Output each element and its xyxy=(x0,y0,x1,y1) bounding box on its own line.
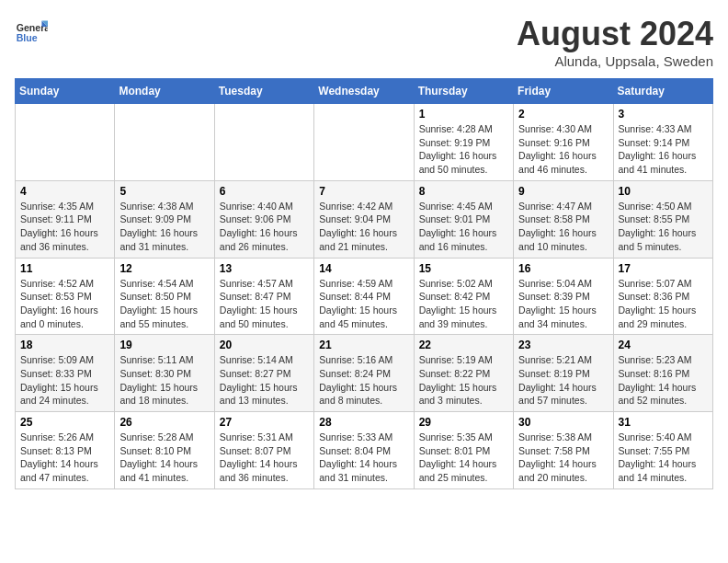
logo: General Blue xyxy=(15,15,48,48)
weekday-header-sunday: Sunday xyxy=(16,79,115,104)
day-info: Sunrise: 5:21 AM Sunset: 8:19 PM Dayligh… xyxy=(518,353,608,408)
day-number: 11 xyxy=(20,262,109,275)
day-number: 30 xyxy=(518,416,608,429)
header: General Blue August 2024 Alunda, Uppsala… xyxy=(15,15,713,69)
svg-text:Blue: Blue xyxy=(17,32,38,43)
day-number: 20 xyxy=(220,339,309,351)
title-block: August 2024 Alunda, Uppsala, Sweden xyxy=(517,15,713,69)
weekday-header-saturday: Saturday xyxy=(613,79,712,104)
calendar-cell: 21Sunrise: 5:16 AM Sunset: 8:24 PM Dayli… xyxy=(314,335,414,412)
day-info: Sunrise: 5:07 AM Sunset: 8:36 PM Dayligh… xyxy=(619,277,708,331)
day-info: Sunrise: 5:31 AM Sunset: 8:07 PM Dayligh… xyxy=(220,431,309,485)
calendar-cell: 7Sunrise: 4:42 AM Sunset: 9:04 PM Daylig… xyxy=(314,180,414,258)
calendar-cell: 25Sunrise: 5:26 AM Sunset: 8:13 PM Dayli… xyxy=(16,412,115,489)
calendar-cell: 23Sunrise: 5:21 AM Sunset: 8:19 PM Dayli… xyxy=(514,335,613,412)
day-number: 2 xyxy=(518,108,608,121)
day-number: 23 xyxy=(518,339,608,351)
calendar-cell: 30Sunrise: 5:38 AM Sunset: 7:58 PM Dayli… xyxy=(514,412,613,489)
day-number: 14 xyxy=(319,262,408,275)
calendar-cell: 5Sunrise: 4:38 AM Sunset: 9:09 PM Daylig… xyxy=(115,180,214,258)
calendar-week-4: 25Sunrise: 5:26 AM Sunset: 8:13 PM Dayli… xyxy=(16,412,713,489)
calendar-cell: 27Sunrise: 5:31 AM Sunset: 8:07 PM Dayli… xyxy=(214,412,313,489)
calendar-cell: 13Sunrise: 4:57 AM Sunset: 8:47 PM Dayli… xyxy=(214,258,313,335)
day-number: 12 xyxy=(119,262,209,275)
day-number: 3 xyxy=(619,108,708,121)
calendar-cell: 4Sunrise: 4:35 AM Sunset: 9:11 PM Daylig… xyxy=(16,180,115,258)
calendar-week-2: 11Sunrise: 4:52 AM Sunset: 8:53 PM Dayli… xyxy=(16,258,713,335)
calendar-cell: 14Sunrise: 4:59 AM Sunset: 8:44 PM Dayli… xyxy=(314,258,414,335)
calendar-cell: 15Sunrise: 5:02 AM Sunset: 8:42 PM Dayli… xyxy=(414,258,513,335)
day-number: 9 xyxy=(518,185,608,198)
day-number: 26 xyxy=(119,416,209,429)
calendar-cell: 8Sunrise: 4:45 AM Sunset: 9:01 PM Daylig… xyxy=(414,180,513,258)
day-info: Sunrise: 5:19 AM Sunset: 8:22 PM Dayligh… xyxy=(419,353,508,408)
day-number: 31 xyxy=(619,416,708,429)
calendar-cell: 19Sunrise: 5:11 AM Sunset: 8:30 PM Dayli… xyxy=(115,335,214,412)
day-number: 8 xyxy=(419,185,508,198)
day-info: Sunrise: 5:16 AM Sunset: 8:24 PM Dayligh… xyxy=(319,353,408,408)
calendar-cell: 11Sunrise: 4:52 AM Sunset: 8:53 PM Dayli… xyxy=(16,258,115,335)
weekday-header-friday: Friday xyxy=(514,79,613,104)
day-number: 22 xyxy=(419,339,508,351)
day-info: Sunrise: 5:11 AM Sunset: 8:30 PM Dayligh… xyxy=(119,353,209,408)
day-info: Sunrise: 5:23 AM Sunset: 8:16 PM Dayligh… xyxy=(619,353,708,408)
weekday-header-wednesday: Wednesday xyxy=(314,79,414,104)
calendar-body: 1Sunrise: 4:28 AM Sunset: 9:19 PM Daylig… xyxy=(16,104,713,489)
day-number: 15 xyxy=(419,262,508,275)
calendar-cell: 24Sunrise: 5:23 AM Sunset: 8:16 PM Dayli… xyxy=(613,335,712,412)
calendar-cell: 26Sunrise: 5:28 AM Sunset: 8:10 PM Dayli… xyxy=(115,412,214,489)
day-info: Sunrise: 5:28 AM Sunset: 8:10 PM Dayligh… xyxy=(119,431,209,485)
calendar-cell: 16Sunrise: 5:04 AM Sunset: 8:39 PM Dayli… xyxy=(514,258,613,335)
calendar-cell xyxy=(214,104,313,181)
calendar-cell: 1Sunrise: 4:28 AM Sunset: 9:19 PM Daylig… xyxy=(414,104,513,181)
calendar-cell: 6Sunrise: 4:40 AM Sunset: 9:06 PM Daylig… xyxy=(214,180,313,258)
day-number: 5 xyxy=(119,185,209,198)
day-info: Sunrise: 4:30 AM Sunset: 9:16 PM Dayligh… xyxy=(518,122,608,177)
day-number: 1 xyxy=(419,108,508,121)
calendar-cell: 10Sunrise: 4:50 AM Sunset: 8:55 PM Dayli… xyxy=(613,180,712,258)
day-info: Sunrise: 5:26 AM Sunset: 8:13 PM Dayligh… xyxy=(20,431,109,485)
day-info: Sunrise: 4:54 AM Sunset: 8:50 PM Dayligh… xyxy=(119,277,209,331)
day-info: Sunrise: 4:47 AM Sunset: 8:58 PM Dayligh… xyxy=(518,200,608,254)
day-info: Sunrise: 5:02 AM Sunset: 8:42 PM Dayligh… xyxy=(419,277,508,331)
calendar-cell: 3Sunrise: 4:33 AM Sunset: 9:14 PM Daylig… xyxy=(613,104,712,181)
day-info: Sunrise: 4:28 AM Sunset: 9:19 PM Dayligh… xyxy=(419,122,508,177)
day-number: 19 xyxy=(119,339,209,351)
day-info: Sunrise: 4:33 AM Sunset: 9:14 PM Dayligh… xyxy=(619,122,708,177)
day-number: 28 xyxy=(319,416,408,429)
calendar-week-0: 1Sunrise: 4:28 AM Sunset: 9:19 PM Daylig… xyxy=(16,104,713,181)
calendar-cell: 31Sunrise: 5:40 AM Sunset: 7:55 PM Dayli… xyxy=(613,412,712,489)
calendar-cell xyxy=(16,104,115,181)
day-number: 24 xyxy=(619,339,708,351)
day-number: 10 xyxy=(619,185,708,198)
day-number: 6 xyxy=(220,185,309,198)
calendar-week-1: 4Sunrise: 4:35 AM Sunset: 9:11 PM Daylig… xyxy=(16,180,713,258)
calendar-cell: 18Sunrise: 5:09 AM Sunset: 8:33 PM Dayli… xyxy=(16,335,115,412)
month-year: August 2024 xyxy=(517,15,713,53)
weekday-header-tuesday: Tuesday xyxy=(214,79,313,104)
day-number: 25 xyxy=(20,416,109,429)
weekday-header-thursday: Thursday xyxy=(414,79,513,104)
day-info: Sunrise: 5:40 AM Sunset: 7:55 PM Dayligh… xyxy=(619,431,708,485)
day-info: Sunrise: 4:38 AM Sunset: 9:09 PM Dayligh… xyxy=(119,200,209,254)
day-info: Sunrise: 4:59 AM Sunset: 8:44 PM Dayligh… xyxy=(319,277,408,331)
calendar-cell: 20Sunrise: 5:14 AM Sunset: 8:27 PM Dayli… xyxy=(214,335,313,412)
calendar-cell: 22Sunrise: 5:19 AM Sunset: 8:22 PM Dayli… xyxy=(414,335,513,412)
calendar-week-3: 18Sunrise: 5:09 AM Sunset: 8:33 PM Dayli… xyxy=(16,335,713,412)
day-info: Sunrise: 5:14 AM Sunset: 8:27 PM Dayligh… xyxy=(220,353,309,408)
day-number: 29 xyxy=(419,416,508,429)
calendar-cell xyxy=(115,104,214,181)
calendar-cell: 2Sunrise: 4:30 AM Sunset: 9:16 PM Daylig… xyxy=(514,104,613,181)
day-number: 4 xyxy=(20,185,109,198)
day-number: 18 xyxy=(20,339,109,351)
day-info: Sunrise: 4:52 AM Sunset: 8:53 PM Dayligh… xyxy=(20,277,109,331)
day-info: Sunrise: 5:04 AM Sunset: 8:39 PM Dayligh… xyxy=(518,277,608,331)
day-number: 7 xyxy=(319,185,408,198)
weekday-header: SundayMondayTuesdayWednesdayThursdayFrid… xyxy=(16,79,713,104)
day-number: 16 xyxy=(518,262,608,275)
calendar-cell: 12Sunrise: 4:54 AM Sunset: 8:50 PM Dayli… xyxy=(115,258,214,335)
logo-icon: General Blue xyxy=(15,15,48,48)
calendar-cell xyxy=(314,104,414,181)
day-info: Sunrise: 4:35 AM Sunset: 9:11 PM Dayligh… xyxy=(20,200,109,254)
day-info: Sunrise: 5:09 AM Sunset: 8:33 PM Dayligh… xyxy=(20,353,109,408)
